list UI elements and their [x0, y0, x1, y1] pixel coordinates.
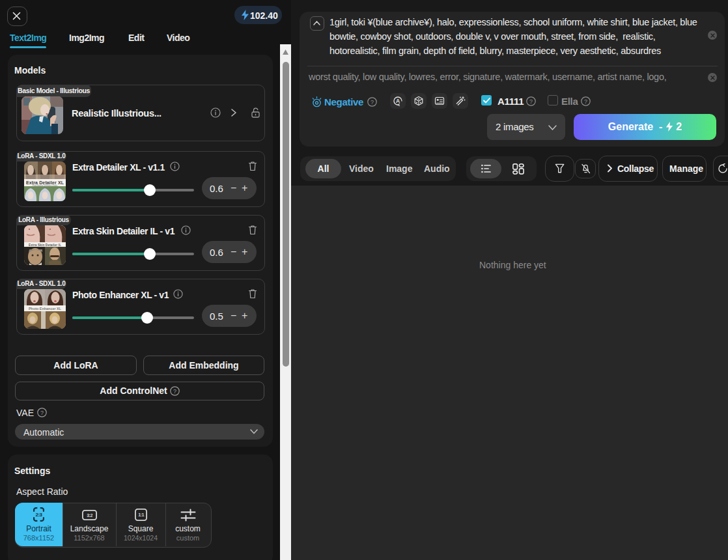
svg-text:2:3: 2:3: [35, 512, 42, 518]
svg-text:Extra Skin Detailer IL: Extra Skin Detailer IL: [29, 244, 61, 247]
svg-text:?: ?: [529, 98, 533, 105]
svg-text:?: ?: [371, 99, 374, 105]
svg-text:1:1: 1:1: [138, 512, 144, 517]
svg-text:?: ?: [40, 410, 44, 416]
svg-text:A: A: [396, 98, 400, 104]
svg-text:Photo Enhancer XL: Photo Enhancer XL: [29, 307, 62, 311]
svg-text:3:2: 3:2: [87, 513, 92, 518]
svg-text:Extra Detailer XL: Extra Detailer XL: [26, 180, 64, 185]
svg-text:?: ?: [173, 388, 176, 395]
svg-text:?: ?: [584, 98, 587, 105]
